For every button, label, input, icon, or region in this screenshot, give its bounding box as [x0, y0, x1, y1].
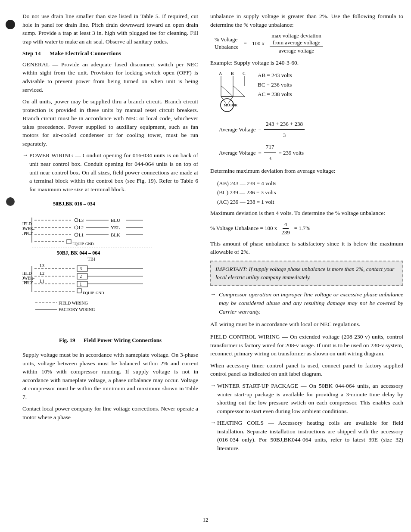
step14-heading: Step 14 — Make Electrical Connections — [22, 49, 198, 58]
svg-text:BLK: BLK — [111, 232, 120, 237]
svg-text:B: B — [231, 71, 234, 76]
unb-den: 239 — [280, 229, 292, 236]
bullet-1 — [6, 20, 15, 29]
dev-ac: (AC) 239 — 238 = 1 volt — [217, 197, 403, 206]
arrow-icon-winter: → — [210, 382, 216, 389]
satisfactory-text: This amount of phase unbalance is satisf… — [210, 240, 403, 256]
dev-intro: Determine maximum deviation from average… — [210, 167, 403, 175]
unb-eq-label: % Voltage Unbalance = 100 x — [210, 225, 277, 232]
para-branch: On all units, power may be supplied thru… — [22, 97, 198, 148]
motor-ab: AB = 243 volts — [258, 71, 292, 80]
wiring-diagram-area: 50BJ,BK 016 – 034 FIELD POWER SUPPLY — [22, 199, 198, 348]
avg2-num: 717 — [264, 142, 276, 152]
svg-text:FIELD: FIELD — [22, 271, 32, 276]
dev-ab: (AB) 243 — 239 = 4 volts — [217, 179, 403, 188]
example-label: Example: Supply voltage is 240-3-60. — [210, 59, 403, 67]
formula-fraction: max voltage deviation 12 from average vo… — [270, 32, 323, 54]
svg-rect-36 — [77, 266, 87, 271]
right-text-column: unbalance in supply voltage is greater t… — [206, 12, 411, 523]
page: Do not use drain line smaller than size … — [0, 0, 411, 532]
avg-eq-2: Average Voltage = 717 3 = 239 volts — [219, 142, 403, 163]
svg-rect-26 — [67, 240, 71, 244]
timer-text: When accessory timer control panel is us… — [210, 361, 403, 378]
arrow-icon-power: → — [22, 152, 28, 159]
motor-svg-wrap: A B C MO — [210, 71, 253, 115]
svg-text:BLU: BLU — [111, 218, 120, 223]
avg1-num: 243 + 236 + 238 — [264, 119, 305, 130]
important-text: IMPORTANT: If supply voltage phase unbal… — [215, 266, 394, 281]
unb-eq: % Voltage Unbalance = 100 x 4 239 = 1.7% — [210, 221, 403, 236]
formula-100: 100 x — [252, 40, 265, 47]
main-content: Do not use drain line smaller than size … — [21, 12, 411, 523]
svg-text:YEL: YEL — [111, 225, 120, 230]
svg-text:L1: L1 — [40, 279, 44, 283]
formula-numerator: max voltage deviation 12 from average vo… — [270, 32, 323, 47]
power-wiring-text: POWER WIRING — Conduit opening for 016-0… — [29, 151, 198, 193]
para-general: GENERAL — Provide an adequate fused disc… — [22, 60, 198, 94]
formula-denominator: average voltage — [277, 47, 316, 54]
avg2-den: 3 — [267, 153, 273, 163]
svg-text:50BJ, BK 044 – 064: 50BJ, BK 044 – 064 — [57, 250, 100, 256]
avg1-label: Average Voltage — [219, 124, 256, 134]
motor-ac: AC = 238 volts — [258, 90, 292, 99]
motor-bc: BC = 236 volts — [258, 80, 292, 90]
svg-text:L1: L1 — [79, 233, 84, 237]
power-wiring-item: → POWER WIRING — Conduit opening for 016… — [22, 151, 198, 193]
avg1-fraction: 243 + 236 + 238 3 — [264, 119, 305, 140]
arrow-icon-italic: → — [210, 291, 216, 298]
intro-unbalance: unbalance in supply voltage is greater t… — [210, 12, 403, 29]
wiring-nec: All wiring must be in accordance with lo… — [210, 320, 403, 329]
svg-text:L2: L2 — [40, 271, 44, 276]
svg-text:FIELD WIRING: FIELD WIRING — [59, 301, 88, 305]
svg-rect-46 — [77, 281, 87, 287]
svg-point-20 — [75, 233, 78, 236]
left-text-column: Do not use drain line smaller than size … — [21, 12, 206, 523]
motor-values: AB = 243 volts BC = 236 volts AC = 238 v… — [258, 71, 292, 99]
heating-item: → HEATING COILS — Accessory heating coil… — [210, 419, 403, 452]
avg-voltage-block: Average Voltage = 243 + 236 + 238 3 Aver… — [219, 119, 403, 164]
fig-caption: Fig. 19 — Field Power Wiring Connections — [59, 336, 162, 345]
para-contact-power: Contact local power company for line vol… — [22, 404, 198, 421]
diagram-svg: 50BJ,BK 016 – 034 FIELD POWER SUPPLY — [22, 199, 198, 335]
arrow-icon-heating: → — [210, 419, 216, 426]
heating-text: HEATING COILS — Accessory heating coils … — [217, 419, 403, 452]
avg2-label: Average Voltage — [219, 148, 256, 158]
bullet-2 — [6, 197, 15, 206]
max-dev-text: Maximum deviation is then 4 volts. To de… — [210, 209, 403, 218]
para-drain: Do not use drain line smaller than size … — [22, 12, 198, 46]
motor-diagram: A B C MO — [210, 71, 403, 115]
left-bullets — [0, 12, 21, 523]
avg1-eq: = — [258, 124, 262, 134]
avg2-fraction: 717 3 — [264, 142, 276, 163]
deviation-block: (AB) 243 — 239 = 4 volts (BC) 239 — 236 … — [210, 179, 403, 206]
svg-text:L3: L3 — [79, 218, 84, 223]
svg-text:EQUIP. GND.: EQUIP. GND. — [83, 291, 105, 295]
formula-equals: = — [244, 40, 247, 47]
avg2-eq: = — [258, 148, 262, 158]
para-supply-voltage: Supply voltage must be in accordance wit… — [22, 351, 198, 401]
svg-text:L2: L2 — [79, 225, 84, 230]
important-box: IMPORTANT: If supply voltage phase unbal… — [210, 261, 403, 286]
page-number: 12 — [203, 516, 209, 523]
svg-text:1: 1 — [80, 282, 82, 286]
svg-text:TBI: TBI — [87, 256, 95, 261]
unbalance-formula: % VoltageUnbalance = 100 x max voltage d… — [215, 32, 403, 54]
italic-text: Compressor operation on improper line vo… — [219, 290, 403, 317]
formula-block: % VoltageUnbalance = 100 x max voltage d… — [210, 32, 403, 54]
unb-result: = 1.7% — [294, 225, 311, 232]
formula-pct-label: % VoltageUnbalance — [215, 36, 239, 51]
svg-text:EQUIP. GND.: EQUIP. GND. — [72, 242, 95, 246]
winter-item: → WINTER START-UP PACKAGE — On 50BK 044-… — [210, 382, 403, 415]
svg-text:FACTORY WIRING: FACTORY WIRING — [59, 307, 95, 312]
avg-eq-1: Average Voltage = 243 + 236 + 238 3 — [219, 119, 403, 140]
svg-text:FIELD: FIELD — [22, 222, 32, 226]
page-wrapper: Do not use drain line smaller than size … — [0, 0, 411, 532]
svg-point-6 — [75, 218, 78, 222]
svg-text:MOTOR: MOTOR — [224, 103, 237, 107]
unb-fraction: 4 239 — [280, 221, 292, 236]
unb-num: 4 — [283, 221, 289, 229]
svg-rect-41 — [77, 274, 87, 279]
svg-text:3: 3 — [80, 266, 82, 271]
svg-text:L3: L3 — [40, 263, 44, 268]
field-ctrl-text: FIELD CONTROL WIRING — On extended volta… — [210, 333, 403, 358]
